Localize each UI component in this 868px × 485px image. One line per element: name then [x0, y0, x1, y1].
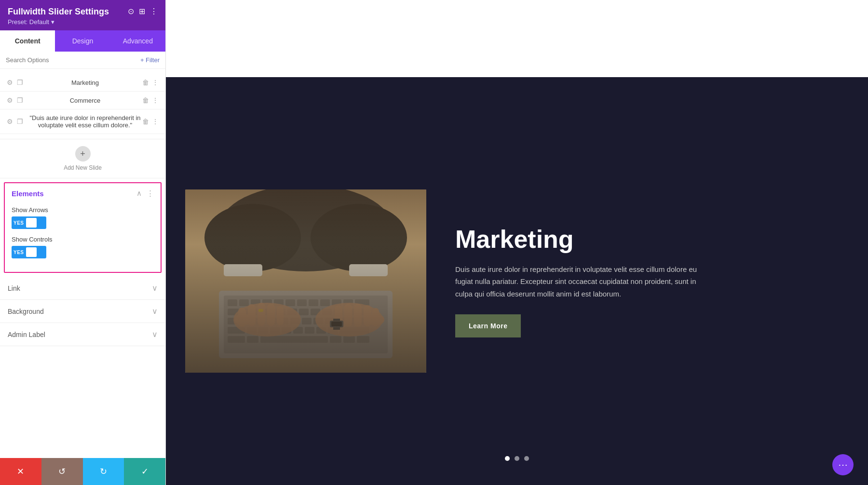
delete-icon[interactable]: 🗑	[142, 79, 149, 86]
search-input[interactable]	[6, 56, 136, 64]
svg-rect-34	[244, 318, 254, 324]
redo-button[interactable]: ↻	[83, 458, 124, 485]
show-arrows-row: Show Arrows YES	[12, 206, 154, 229]
gear-icon-3[interactable]: ⚙	[7, 118, 13, 125]
sidebar-title: Fullwidth Slider Settings	[8, 7, 109, 17]
svg-rect-67	[258, 309, 263, 312]
dot-2[interactable]	[515, 456, 519, 461]
toggle-yes-text-2: YES	[14, 250, 24, 255]
toggle-yes-text: YES	[14, 220, 24, 226]
svg-rect-25	[276, 309, 285, 315]
svg-rect-0	[185, 189, 426, 373]
svg-rect-8	[224, 296, 388, 353]
more-options-icon-3[interactable]: ⋮	[152, 118, 159, 125]
chevron-down-icon-2: ∨	[152, 307, 158, 316]
main-content: Marketing Duis aute irure dolor in repre…	[166, 0, 868, 485]
slide-label: Marketing	[28, 79, 142, 86]
svg-rect-1	[185, 189, 426, 373]
svg-rect-70	[344, 304, 352, 327]
svg-rect-16	[309, 299, 318, 306]
collapse-icon[interactable]: ∧	[136, 189, 142, 198]
svg-rect-50	[305, 327, 314, 334]
cta-button[interactable]: Learn More	[455, 314, 521, 337]
svg-rect-19	[343, 299, 353, 306]
svg-rect-46	[258, 327, 268, 334]
slides-list: ⚙ ❐ Marketing 🗑 ⋮ ⚙ ❐ Commerce 🗑 ⋮ ⚙ ❐	[0, 69, 165, 139]
svg-rect-26	[287, 309, 297, 315]
gear-icon[interactable]: ⚙	[7, 79, 13, 86]
tab-advanced[interactable]: Advanced	[110, 30, 165, 52]
delete-icon-3[interactable]: 🗑	[142, 118, 149, 125]
svg-rect-6	[349, 264, 388, 276]
svg-rect-36	[267, 318, 277, 324]
svg-rect-23	[253, 309, 262, 315]
show-arrows-toggle[interactable]: YES	[12, 216, 46, 229]
svg-rect-72	[364, 305, 371, 326]
more-icon-elements[interactable]: ⋮	[147, 189, 154, 198]
add-slide-area: + Add New Slide	[0, 139, 165, 178]
dot-1[interactable]	[505, 456, 510, 461]
slide-label-3: "Duis aute irure dolor in reprehenderit …	[28, 114, 142, 129]
tab-content[interactable]: Content	[0, 30, 55, 52]
sidebar-header: Fullwidth Slider Settings Preset: Defaul…	[0, 0, 165, 30]
background-section[interactable]: Background ∨	[0, 300, 165, 323]
layout-icon[interactable]: ⊞	[139, 7, 145, 16]
slide-description: Duis aute irure dolor in reprehenderit i…	[455, 263, 706, 300]
svg-point-60	[233, 303, 301, 337]
svg-rect-71	[354, 304, 362, 327]
svg-rect-31	[345, 309, 355, 315]
elements-header: Elements ∧ ⋮	[5, 183, 161, 203]
svg-rect-64	[267, 304, 275, 326]
slide-item-actions: 🗑 ⋮	[142, 79, 159, 86]
gear-icon-2[interactable]: ⚙	[7, 96, 13, 104]
redo-icon: ↻	[100, 466, 107, 477]
more-icon[interactable]: ⋮	[150, 7, 158, 16]
svg-rect-38	[290, 318, 300, 324]
svg-rect-55	[247, 336, 258, 343]
svg-rect-52	[328, 327, 338, 334]
admin-label-section[interactable]: Admin Label ∨	[0, 323, 165, 346]
add-slide-button[interactable]: +	[75, 146, 91, 162]
cancel-button[interactable]: ✕	[0, 458, 41, 485]
copy-icon-3[interactable]: ❐	[17, 118, 23, 125]
chevron-down-icon: ∨	[152, 283, 158, 293]
slide-image-bg	[185, 189, 426, 373]
toggle-knob-2	[26, 247, 37, 257]
svg-rect-47	[270, 327, 280, 334]
copy-icon[interactable]: ❐	[17, 79, 23, 86]
copy-icon-2[interactable]: ❐	[17, 96, 23, 104]
save-button[interactable]: ✓	[124, 458, 165, 485]
more-options-icon[interactable]: ⋮	[152, 79, 159, 86]
sidebar-tabs: Content Design Advanced	[0, 30, 165, 52]
svg-rect-24	[264, 309, 274, 315]
tab-design[interactable]: Design	[55, 30, 110, 52]
svg-rect-43	[348, 318, 369, 324]
svg-rect-51	[316, 327, 326, 334]
svg-rect-32	[357, 309, 369, 315]
dot-3[interactable]	[524, 456, 529, 461]
undo-button[interactable]: ↺	[41, 458, 83, 485]
slide-image-svg	[185, 189, 426, 373]
show-controls-toggle[interactable]: YES	[12, 246, 46, 258]
elements-section: Elements ∧ ⋮ Show Arrows YES Show Contro…	[4, 182, 162, 273]
floating-action-button[interactable]: ⋯	[832, 454, 854, 475]
svg-rect-14	[285, 299, 295, 306]
svg-rect-57	[330, 336, 341, 343]
svg-point-68	[315, 303, 383, 337]
slide-item-actions-3: 🗑 ⋮	[142, 118, 159, 125]
svg-rect-22	[241, 309, 251, 315]
slide-label-2: Commerce	[28, 97, 142, 104]
link-label: Link	[8, 284, 20, 292]
fab-icon: ⋯	[838, 459, 848, 471]
sidebar-preset[interactable]: Preset: Default ▾	[8, 18, 109, 26]
slide-content: Marketing Duis aute irure dolor in repre…	[185, 189, 849, 373]
filter-button[interactable]: + Filter	[140, 56, 160, 64]
settings-icon[interactable]: ⊙	[128, 7, 134, 16]
more-options-icon-2[interactable]: ⋮	[152, 96, 159, 104]
link-section[interactable]: Link ∨	[0, 277, 165, 300]
elements-header-icons: ∧ ⋮	[136, 189, 154, 198]
svg-rect-37	[279, 318, 288, 324]
slide-title: Marketing	[455, 225, 849, 254]
svg-rect-69	[335, 305, 342, 327]
delete-icon-2[interactable]: 🗑	[142, 96, 149, 104]
